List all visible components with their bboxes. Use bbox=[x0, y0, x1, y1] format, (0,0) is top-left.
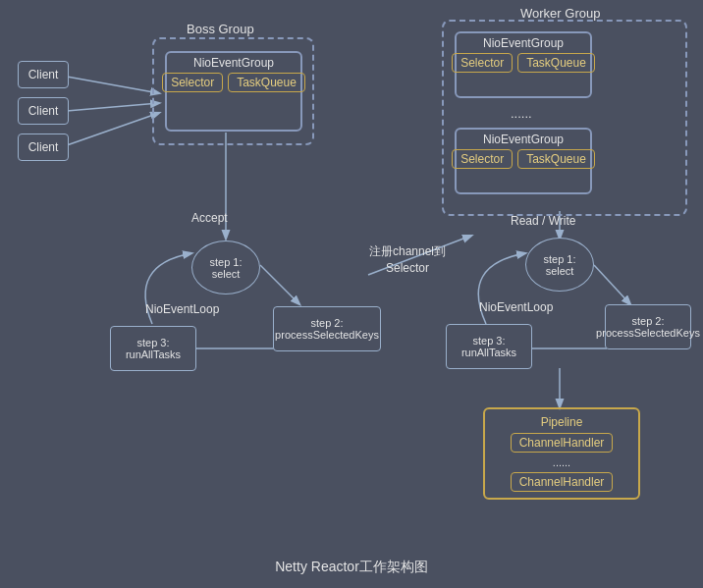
worker-step1-oval: step 1: select bbox=[525, 238, 594, 292]
channel-handler-2: ChannelHandler bbox=[511, 472, 614, 492]
boss-loop-label: NioEventLoop bbox=[145, 302, 219, 316]
boss-nio-buttons: Selector TaskQueue bbox=[156, 73, 311, 97]
boss-group-label: Boss Group bbox=[187, 22, 254, 36]
read-write-label: Read / Write bbox=[511, 214, 575, 228]
bottom-title: Netty Reactor工作架构图 bbox=[0, 559, 703, 576]
client-label-1: Client bbox=[28, 68, 59, 81]
worker-selector-btn-1: Selector bbox=[452, 53, 513, 73]
worker-ellipsis: ...... bbox=[511, 106, 532, 121]
boss-step1-label: step 1: select bbox=[209, 256, 242, 280]
boss-selector-btn: Selector bbox=[162, 73, 223, 92]
worker-step1-label: step 1: select bbox=[543, 253, 575, 277]
svg-line-2 bbox=[67, 113, 159, 145]
client-box-3: Client bbox=[18, 134, 69, 161]
worker-nio-group-2: NioEventGroup Selector TaskQueue bbox=[455, 128, 592, 194]
worker-step2-label: step 2: processSelectedKeys bbox=[596, 315, 700, 339]
boss-step3-rect: step 3: runAllTasks bbox=[110, 326, 196, 371]
boss-taskqueue-btn: TaskQueue bbox=[228, 73, 305, 92]
client-box-1: Client bbox=[18, 61, 69, 88]
worker-group-label: Worker Group bbox=[520, 6, 600, 21]
pipeline-box: Pipeline ChannelHandler ...... ChannelHa… bbox=[483, 407, 640, 500]
worker-nio-label-2: NioEventGroup bbox=[477, 130, 569, 149]
pipeline-label: Pipeline bbox=[541, 415, 583, 429]
worker-nio-buttons-1: Selector TaskQueue bbox=[446, 53, 601, 78]
pipeline-ellipsis: ...... bbox=[553, 456, 570, 468]
svg-line-0 bbox=[67, 77, 159, 93]
worker-nio-label-1: NioEventGroup bbox=[477, 33, 569, 53]
boss-step2-label: step 2: processSelectedKeys bbox=[275, 317, 379, 341]
boss-step1-oval: step 1: select bbox=[191, 241, 260, 294]
svg-line-4 bbox=[260, 265, 299, 304]
boss-step3-label: step 3: runAllTasks bbox=[126, 337, 181, 360]
boss-step2-rect: step 2: processSelectedKeys bbox=[273, 306, 381, 351]
client-label-2: Client bbox=[28, 104, 59, 118]
worker-step3-label: step 3: runAllTasks bbox=[461, 335, 516, 358]
boss-nio-label: NioEventGroup bbox=[188, 53, 280, 73]
worker-selector-btn-2: Selector bbox=[452, 149, 513, 169]
register-label: 注册channel到 Selector bbox=[358, 243, 457, 277]
worker-loop-label: NioEventLoop bbox=[479, 300, 553, 314]
accept-label: Accept bbox=[191, 211, 228, 225]
diagram-container: Client Client Client Boss Group NioEvent… bbox=[0, 0, 703, 588]
register-label-text: 注册channel到 Selector bbox=[369, 244, 446, 275]
worker-nio-buttons-2: Selector TaskQueue bbox=[446, 149, 601, 174]
svg-line-8 bbox=[594, 265, 630, 304]
channel-handler-1: ChannelHandler bbox=[511, 433, 614, 453]
client-label-3: Client bbox=[28, 140, 59, 154]
boss-nio-event-group: NioEventGroup Selector TaskQueue bbox=[165, 51, 302, 132]
worker-taskqueue-btn-2: TaskQueue bbox=[517, 149, 595, 169]
worker-taskqueue-btn-1: TaskQueue bbox=[517, 53, 595, 73]
client-box-2: Client bbox=[18, 97, 69, 125]
worker-nio-group-1: NioEventGroup Selector TaskQueue bbox=[455, 31, 592, 98]
worker-step3-rect: step 3: runAllTasks bbox=[446, 324, 532, 369]
worker-step2-rect: step 2: processSelectedKeys bbox=[605, 304, 691, 349]
svg-line-1 bbox=[67, 103, 159, 111]
